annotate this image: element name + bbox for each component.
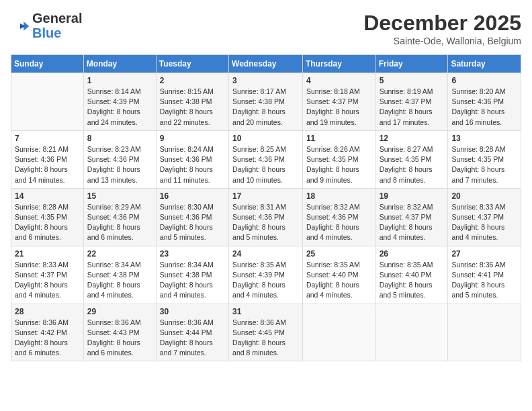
- day-number: 27: [451, 249, 517, 259]
- col-monday: Monday: [83, 55, 156, 73]
- day-number: 7: [15, 134, 80, 143]
- title-block: December 2025 Sainte-Ode, Wallonia, Belg…: [363, 11, 521, 46]
- day-cell: 11Sunrise: 8:26 AM Sunset: 4:35 PM Dayli…: [302, 130, 375, 188]
- logo-line1: General: [32, 11, 82, 26]
- day-info: Sunrise: 8:31 AM Sunset: 4:36 PM Dayligh…: [232, 202, 299, 243]
- day-number: 8: [87, 134, 152, 143]
- day-cell: 14Sunrise: 8:28 AM Sunset: 4:35 PM Dayli…: [11, 188, 84, 246]
- day-info: Sunrise: 8:23 AM Sunset: 4:36 PM Dayligh…: [87, 144, 152, 185]
- day-info: Sunrise: 8:36 AM Sunset: 4:41 PM Dayligh…: [451, 260, 517, 301]
- day-number: 5: [380, 76, 445, 85]
- day-cell: 3Sunrise: 8:17 AM Sunset: 4:38 PM Daylig…: [229, 73, 303, 131]
- day-info: Sunrise: 8:19 AM Sunset: 4:37 PM Dayligh…: [380, 87, 445, 128]
- day-number: 4: [306, 76, 372, 85]
- day-info: Sunrise: 8:34 AM Sunset: 4:38 PM Dayligh…: [87, 260, 152, 301]
- day-info: Sunrise: 8:25 AM Sunset: 4:36 PM Dayligh…: [232, 144, 299, 185]
- day-cell: 7Sunrise: 8:21 AM Sunset: 4:36 PM Daylig…: [11, 130, 84, 188]
- day-cell: 15Sunrise: 8:29 AM Sunset: 4:36 PM Dayli…: [83, 188, 156, 246]
- day-number: 3: [232, 76, 299, 85]
- day-number: 13: [451, 134, 517, 143]
- day-number: 20: [451, 191, 517, 201]
- day-number: 14: [15, 191, 80, 201]
- day-info: Sunrise: 8:35 AM Sunset: 4:40 PM Dayligh…: [380, 260, 445, 301]
- day-info: Sunrise: 8:14 AM Sunset: 4:39 PM Dayligh…: [87, 87, 152, 128]
- day-number: 21: [15, 249, 80, 259]
- day-cell: 13Sunrise: 8:28 AM Sunset: 4:35 PM Dayli…: [448, 130, 521, 188]
- day-number: 11: [306, 134, 372, 143]
- day-cell: 4Sunrise: 8:18 AM Sunset: 4:37 PM Daylig…: [302, 73, 375, 131]
- day-info: Sunrise: 8:32 AM Sunset: 4:36 PM Dayligh…: [306, 202, 372, 243]
- day-number: 19: [380, 191, 445, 201]
- day-number: 18: [306, 191, 372, 201]
- logo-line2: Blue: [32, 26, 61, 40]
- day-cell: 10Sunrise: 8:25 AM Sunset: 4:36 PM Dayli…: [229, 130, 303, 188]
- col-wednesday: Wednesday: [229, 55, 303, 73]
- day-cell: 26Sunrise: 8:35 AM Sunset: 4:40 PM Dayli…: [375, 246, 448, 304]
- day-cell: [448, 304, 521, 361]
- day-info: Sunrise: 8:34 AM Sunset: 4:38 PM Dayligh…: [160, 260, 225, 301]
- day-number: 12: [380, 134, 445, 143]
- day-number: 23: [160, 249, 225, 259]
- subtitle: Sainte-Ode, Wallonia, Belgium: [363, 36, 521, 46]
- col-friday: Friday: [375, 55, 448, 73]
- header-row: Sunday Monday Tuesday Wednesday Thursday…: [11, 55, 521, 73]
- day-number: 2: [160, 76, 225, 85]
- week-row-0: 1Sunrise: 8:14 AM Sunset: 4:39 PM Daylig…: [11, 73, 521, 131]
- day-cell: 21Sunrise: 8:33 AM Sunset: 4:37 PM Dayli…: [11, 246, 84, 304]
- day-info: Sunrise: 8:32 AM Sunset: 4:37 PM Dayligh…: [380, 202, 445, 243]
- day-info: Sunrise: 8:15 AM Sunset: 4:38 PM Dayligh…: [160, 87, 225, 128]
- day-info: Sunrise: 8:36 AM Sunset: 4:43 PM Dayligh…: [87, 318, 152, 359]
- week-row-3: 21Sunrise: 8:33 AM Sunset: 4:37 PM Dayli…: [11, 246, 521, 304]
- day-cell: [375, 304, 448, 361]
- day-cell: 31Sunrise: 8:36 AM Sunset: 4:45 PM Dayli…: [229, 304, 303, 361]
- day-info: Sunrise: 8:29 AM Sunset: 4:36 PM Dayligh…: [87, 202, 152, 243]
- logo: General Blue: [11, 11, 82, 40]
- day-number: 6: [451, 76, 517, 85]
- day-info: Sunrise: 8:35 AM Sunset: 4:40 PM Dayligh…: [306, 260, 372, 301]
- week-row-4: 28Sunrise: 8:36 AM Sunset: 4:42 PM Dayli…: [11, 304, 521, 361]
- day-info: Sunrise: 8:26 AM Sunset: 4:35 PM Dayligh…: [306, 144, 372, 185]
- day-info: Sunrise: 8:17 AM Sunset: 4:38 PM Dayligh…: [232, 87, 299, 128]
- day-info: Sunrise: 8:36 AM Sunset: 4:42 PM Dayligh…: [15, 318, 80, 359]
- logo-icon: [11, 21, 30, 32]
- day-info: Sunrise: 8:24 AM Sunset: 4:36 PM Dayligh…: [160, 144, 225, 185]
- week-row-2: 14Sunrise: 8:28 AM Sunset: 4:35 PM Dayli…: [11, 188, 521, 246]
- day-cell: 29Sunrise: 8:36 AM Sunset: 4:43 PM Dayli…: [83, 304, 156, 361]
- col-sunday: Sunday: [11, 55, 84, 73]
- day-number: 30: [160, 307, 225, 316]
- day-cell: 28Sunrise: 8:36 AM Sunset: 4:42 PM Dayli…: [11, 304, 84, 361]
- day-number: 28: [15, 307, 80, 316]
- month-title: December 2025: [363, 11, 521, 36]
- day-cell: 5Sunrise: 8:19 AM Sunset: 4:37 PM Daylig…: [375, 73, 448, 131]
- day-cell: 8Sunrise: 8:23 AM Sunset: 4:36 PM Daylig…: [83, 130, 156, 188]
- col-saturday: Saturday: [448, 55, 521, 73]
- day-cell: [302, 304, 375, 361]
- day-info: Sunrise: 8:30 AM Sunset: 4:36 PM Dayligh…: [160, 202, 225, 243]
- day-info: Sunrise: 8:36 AM Sunset: 4:45 PM Dayligh…: [232, 318, 299, 359]
- day-cell: 30Sunrise: 8:36 AM Sunset: 4:44 PM Dayli…: [156, 304, 228, 361]
- day-info: Sunrise: 8:21 AM Sunset: 4:36 PM Dayligh…: [15, 144, 80, 185]
- day-cell: 18Sunrise: 8:32 AM Sunset: 4:36 PM Dayli…: [302, 188, 375, 246]
- day-number: 24: [232, 249, 299, 259]
- day-cell: 1Sunrise: 8:14 AM Sunset: 4:39 PM Daylig…: [83, 73, 156, 131]
- day-number: 17: [232, 191, 299, 201]
- day-number: 10: [232, 134, 299, 143]
- day-cell: 24Sunrise: 8:35 AM Sunset: 4:39 PM Dayli…: [229, 246, 303, 304]
- week-row-1: 7Sunrise: 8:21 AM Sunset: 4:36 PM Daylig…: [11, 130, 521, 188]
- day-cell: 27Sunrise: 8:36 AM Sunset: 4:41 PM Dayli…: [448, 246, 521, 304]
- day-number: 29: [87, 307, 152, 316]
- day-cell: 16Sunrise: 8:30 AM Sunset: 4:36 PM Dayli…: [156, 188, 228, 246]
- day-cell: 25Sunrise: 8:35 AM Sunset: 4:40 PM Dayli…: [302, 246, 375, 304]
- day-number: 25: [306, 249, 372, 259]
- day-number: 22: [87, 249, 152, 259]
- day-number: 16: [160, 191, 225, 201]
- page-header: General Blue December 2025 Sainte-Ode, W…: [11, 11, 521, 46]
- day-info: Sunrise: 8:20 AM Sunset: 4:36 PM Dayligh…: [451, 87, 517, 128]
- day-info: Sunrise: 8:27 AM Sunset: 4:35 PM Dayligh…: [380, 144, 445, 185]
- day-info: Sunrise: 8:28 AM Sunset: 4:35 PM Dayligh…: [451, 144, 517, 185]
- day-number: 9: [160, 134, 225, 143]
- day-info: Sunrise: 8:18 AM Sunset: 4:37 PM Dayligh…: [306, 87, 372, 128]
- day-cell: 20Sunrise: 8:33 AM Sunset: 4:37 PM Dayli…: [448, 188, 521, 246]
- day-cell: 17Sunrise: 8:31 AM Sunset: 4:36 PM Dayli…: [229, 188, 303, 246]
- day-number: 31: [232, 307, 299, 316]
